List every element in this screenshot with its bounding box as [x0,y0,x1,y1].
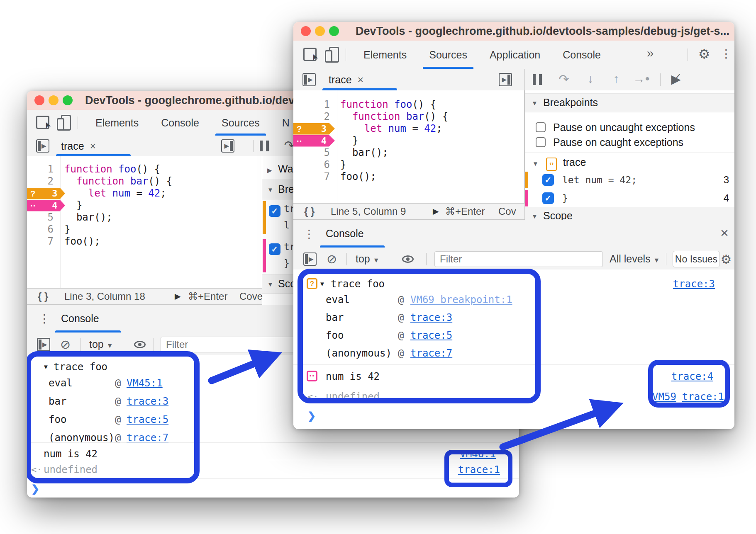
live-expression-icon[interactable] [402,255,414,263]
chevron-down-icon[interactable]: ▼ [43,358,49,376]
pause-caught-checkbox[interactable] [536,137,546,147]
close-button[interactable] [34,95,44,105]
show-debugger-icon[interactable]: ▶ [221,139,234,153]
run-snippet-icon[interactable]: ▶ [175,289,181,304]
line-number[interactable]: 7 [27,235,54,248]
tab-sources[interactable]: Sources [210,110,271,136]
result-source-link[interactable]: trace:1 [682,388,724,405]
file-tab-close-icon[interactable]: × [90,140,96,152]
breakpoint-badge-line-4[interactable]: ··4 [293,135,335,147]
tab-console[interactable]: Console [150,110,210,136]
frame-source-link[interactable]: VM69 breakpoint:1 [410,291,512,309]
code-line: let num = 42; [64,187,166,199]
line-number[interactable]: 1 [293,99,330,111]
console-prompt[interactable]: ❯ [27,480,519,498]
result-source-link[interactable]: VM59 [652,388,676,405]
line-number[interactable]: 1 [27,163,54,175]
line-number[interactable]: 7 [293,171,330,183]
tab-console[interactable]: Console [551,41,612,69]
step-icon[interactable]: →• [633,72,649,86]
context-selector[interactable]: top ▼ [356,249,380,270]
breakpoints-section-header[interactable]: ▼ Breakpoints [525,93,734,112]
frame-source-link[interactable]: trace:7 [127,429,168,447]
breakpoint-checkbox[interactable]: ✓ [269,205,280,217]
result-source-link[interactable]: trace:1 [458,461,500,478]
show-debugger-icon[interactable]: ▶ [499,73,512,86]
show-console-sidebar-icon[interactable]: ▶ [37,338,50,351]
pause-icon[interactable] [528,74,546,87]
tab-elements[interactable]: Elements [352,41,418,69]
file-tab-close-icon[interactable]: × [358,74,364,85]
clear-console-icon[interactable]: ⊘ [60,337,71,352]
console-drawer-tab[interactable]: Console [61,305,99,332]
console-drawer-tab[interactable]: Console [326,220,364,247]
tab-sources[interactable]: Sources [418,41,478,69]
code-editor[interactable]: 1function foo() {2 function bar() {3 let… [27,156,262,288]
deactivate-breakpoints-icon[interactable]: ▶̸ [667,72,685,86]
close-button[interactable] [301,26,311,36]
console-settings-gear-icon[interactable]: ⚙ [720,252,732,267]
zoom-button[interactable] [329,26,339,36]
frame-source-link[interactable]: VM45:1 [127,374,163,392]
format-braces-icon[interactable]: { } [304,204,315,219]
inspect-icon[interactable]: ➤ [36,116,49,129]
breakpoint-entry[interactable]: ✓let num = 42;3 [525,171,734,189]
breakpoint-badge-line-3[interactable]: ?3 [293,123,335,135]
file-tab[interactable]: trace × [61,136,96,156]
log-levels-selector[interactable]: All levels ▼ [610,249,660,270]
source-link[interactable]: trace:3 [673,275,715,293]
titlebar[interactable]: DevTools - googlechrome.github.io/devtoo… [293,22,734,41]
frame-source-link[interactable]: trace:7 [410,345,452,362]
log-source-link[interactable]: trace:4 [671,367,713,386]
kebab-menu-icon[interactable]: ⋮ [303,227,315,241]
line-number[interactable]: 2 [293,111,330,123]
breakpoint-checkbox[interactable]: ✓ [542,174,554,186]
show-navigator-icon[interactable]: ▶ [302,73,316,86]
pause-icon[interactable] [256,141,273,153]
line-number[interactable]: 6 [27,223,54,235]
breakpoint-checkbox[interactable]: ✓ [269,243,280,255]
breakpoint-badge-line-3[interactable]: ?3 [27,188,65,199]
clear-console-icon[interactable]: ⊘ [327,252,337,266]
show-console-sidebar-icon[interactable]: ▶ [303,252,317,266]
frame-source-link[interactable]: trace:5 [127,410,168,429]
code-editor[interactable]: 1function foo() {2 function bar() {3 let… [293,90,524,203]
format-braces-icon[interactable]: { } [38,289,48,304]
live-expression-icon[interactable] [134,341,146,348]
line-number[interactable]: 6 [293,159,330,171]
close-console-icon[interactable]: × [717,225,732,241]
breakpoint-checkbox[interactable]: ✓ [542,192,554,204]
settings-gear-icon[interactable]: ⚙ [695,46,713,62]
line-number[interactable]: 5 [27,211,54,223]
line-number[interactable]: 5 [293,147,330,159]
coverage-label: Cov [498,204,516,219]
more-tabs-icon[interactable]: » [642,46,658,60]
frame-source-link[interactable]: trace:3 [410,309,452,327]
chevron-down-icon[interactable]: ▼ [319,275,325,293]
minimize-button[interactable] [315,26,325,36]
step-into-icon[interactable]: ↓ [582,72,599,86]
no-issues-button[interactable]: No Issues [673,251,720,267]
pause-uncaught-checkbox[interactable] [536,122,546,132]
zoom-button[interactable] [63,95,73,105]
breakpoint-file-group[interactable]: ▼ ‹› trace [532,153,586,171]
tab-application[interactable]: Application [478,41,551,69]
run-snippet-icon[interactable]: ▶ [433,204,439,219]
kebab-menu-icon[interactable]: ⋮ [720,47,732,61]
minimize-button[interactable] [49,95,59,105]
inspect-icon[interactable]: ➤ [303,48,317,61]
breakpoint-badge-line-4[interactable]: ··4 [27,200,65,211]
console-filter-input[interactable] [434,251,603,267]
show-navigator-icon[interactable]: ▶ [36,139,49,153]
step-over-icon[interactable]: ↷ [556,72,572,86]
context-selector[interactable]: top ▼ [89,334,113,356]
kebab-menu-icon[interactable]: ⋮ [39,312,50,325]
breakpoint-entry[interactable]: ✓}4 [525,189,734,207]
step-out-icon[interactable]: ↑ [608,72,624,86]
watch-section-header[interactable]: ▶ Wat [267,158,296,180]
line-number[interactable]: 2 [27,175,54,187]
frame-source-link[interactable]: trace:3 [127,392,168,410]
frame-source-link[interactable]: trace:5 [410,327,452,345]
file-tab[interactable]: trace × [329,69,363,90]
tab-elements[interactable]: Elements [84,110,150,136]
